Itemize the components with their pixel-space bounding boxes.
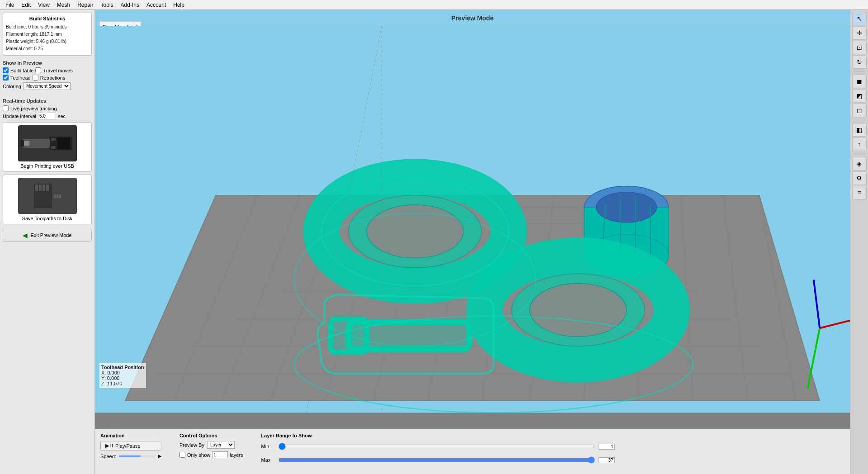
toolhead-x: X: 0.000 xyxy=(101,370,144,375)
exit-preview-button[interactable]: ◀ Exit Preview Mode xyxy=(3,229,92,242)
fit-tool-button[interactable]: ⊡ xyxy=(852,41,867,54)
svg-rect-8 xyxy=(35,185,38,191)
center-area: Preview Mode Speed (mm/min) 6000 5420 48… xyxy=(95,10,850,474)
settings-button[interactable]: ⚙ xyxy=(852,171,867,185)
coloring-select[interactable]: Movement Speed Feature Type Temperature xyxy=(23,82,71,90)
play-icon: ▶⏸ xyxy=(105,443,114,449)
only-show-row: Only show layers xyxy=(179,451,243,458)
toolhead-label: Toolhead xyxy=(10,75,31,81)
svg-rect-13 xyxy=(54,194,56,198)
menu-mesh[interactable]: Mesh xyxy=(53,1,74,9)
menu-help[interactable]: Help xyxy=(170,1,188,9)
yaxis-button[interactable]: ↑ xyxy=(852,137,867,151)
svg-rect-4 xyxy=(51,146,56,149)
max-range-row: Max xyxy=(261,456,844,464)
speed-arrow: ▶ xyxy=(158,453,161,459)
only-show-value-input[interactable] xyxy=(212,451,228,458)
menu-addins[interactable]: Add-Ins xyxy=(117,1,143,9)
play-pause-button[interactable]: ▶⏸ Play/Pause xyxy=(100,441,161,450)
solid-view-button[interactable]: ◼ xyxy=(852,75,867,88)
svg-rect-15 xyxy=(59,194,61,198)
speed-row: Speed: ▶ xyxy=(100,453,161,459)
build-table-row: Build table Travel moves xyxy=(3,67,92,73)
material-button[interactable]: ◈ xyxy=(852,157,867,171)
show-in-preview-header: Show in Preview xyxy=(3,60,92,66)
menu-edit[interactable]: Edit xyxy=(18,1,34,9)
max-range-slider[interactable] xyxy=(278,456,595,464)
show-in-preview-section: Show in Preview Build table Travel moves… xyxy=(3,58,92,92)
animation-title: Animation xyxy=(100,433,161,438)
menu-repair[interactable]: Repair xyxy=(74,1,97,9)
left-panel: Build Statistics Build time: 0 hours 39 … xyxy=(0,10,95,474)
build-stats-title: Build Statistics xyxy=(6,16,89,21)
max-label: Max xyxy=(261,457,275,463)
exit-button-label: Exit Preview Mode xyxy=(30,232,71,238)
main-layout: Build Statistics Build time: 0 hours 39 … xyxy=(0,10,868,474)
animation-section: Animation ▶⏸ Play/Pause Speed: ▶ xyxy=(100,433,161,459)
travel-moves-label: Travel moves xyxy=(43,68,73,73)
menu-view[interactable]: View xyxy=(34,1,53,9)
live-preview-label: Live preview tracking xyxy=(10,106,57,111)
front-view-button[interactable]: ◧ xyxy=(852,123,867,137)
retractions-checkbox[interactable] xyxy=(33,75,38,81)
svg-rect-6 xyxy=(20,140,24,147)
build-statistics-panel: Build Statistics Build time: 0 hours 39 … xyxy=(3,13,92,56)
travel-moves-checkbox[interactable] xyxy=(35,67,41,73)
min-range-slider[interactable] xyxy=(278,443,595,450)
svg-rect-10 xyxy=(42,185,45,191)
layers-label: layers xyxy=(230,452,243,458)
menu-tools[interactable]: Tools xyxy=(97,1,117,9)
sd-button-label: Save Toolpaths to Disk xyxy=(22,216,73,221)
menu-file[interactable]: File xyxy=(2,1,18,9)
wireframe-view-button[interactable]: ◻ xyxy=(852,104,867,117)
layer-range-section: Layer Range to Show Min Max xyxy=(261,433,844,465)
plastic-weight-stat: Plastic weight: 5.46 g (0.01 lb) xyxy=(6,38,89,45)
only-show-label: Only show xyxy=(187,452,210,458)
real-time-updates-header: Real-time Updates xyxy=(3,98,92,104)
toolhead-row: Toolhead Retractions xyxy=(3,75,92,81)
rotate-tool-button[interactable]: ↻ xyxy=(852,55,867,69)
svg-rect-11 xyxy=(46,185,49,191)
move-tool-button[interactable]: ✛ xyxy=(852,26,867,40)
menubar: File Edit View Mesh Repair Tools Add-Ins… xyxy=(0,0,868,10)
toolbar-separator-1 xyxy=(853,71,866,72)
speed-slider[interactable] xyxy=(119,455,155,457)
toolhead-position: Toolhead Position X: 0.000 Y: 0.000 Z: 1… xyxy=(99,363,146,388)
toolhead-z: Z: 11.070 xyxy=(101,381,144,386)
svg-rect-14 xyxy=(57,194,58,198)
menu-account[interactable]: Account xyxy=(143,1,170,9)
min-range-row: Min xyxy=(261,443,844,450)
sd-save-button[interactable]: Save Toolpaths to Disk xyxy=(3,175,92,224)
update-interval-row: Update interval sec xyxy=(3,113,92,119)
coloring-label: Coloring xyxy=(3,84,21,89)
min-value-input[interactable] xyxy=(600,444,613,449)
svg-rect-9 xyxy=(39,185,42,191)
toolbar-separator-3 xyxy=(853,154,866,154)
preview-by-select[interactable]: Layer Feature Speed xyxy=(207,441,235,449)
update-interval-label: Update interval xyxy=(3,114,36,119)
svg-point-55 xyxy=(530,284,627,337)
preview-by-row: Preview By Layer Feature Speed xyxy=(179,441,243,449)
cursor-tool-button[interactable]: ↖ xyxy=(852,12,867,25)
usb-icon-image xyxy=(18,125,77,161)
live-preview-checkbox[interactable] xyxy=(3,105,9,111)
retractions-label: Retractions xyxy=(40,75,66,81)
usb-button-label: Begin Printing over USB xyxy=(20,163,74,169)
3d-viewport[interactable]: Preview Mode Speed (mm/min) 6000 5420 48… xyxy=(95,10,850,429)
update-interval-input[interactable] xyxy=(38,113,56,119)
max-value-input[interactable] xyxy=(600,458,613,463)
right-toolbar: ↖ ✛ ⊡ ↻ ◼ ◩ ◻ ◧ ↑ ◈ ⚙ ≡ xyxy=(850,10,868,474)
speed-label: Speed: xyxy=(100,454,116,459)
control-options-section: Control Options Preview By Layer Feature… xyxy=(179,433,243,458)
build-table-label: Build table xyxy=(10,68,33,73)
update-interval-unit: sec xyxy=(58,114,66,119)
layers-button[interactable]: ≡ xyxy=(852,186,867,199)
usb-print-button[interactable]: Begin Printing over USB xyxy=(3,122,92,172)
only-show-checkbox[interactable] xyxy=(179,452,185,458)
bottom-controls: Animation ▶⏸ Play/Pause Speed: ▶ Control… xyxy=(95,429,850,474)
control-options-title: Control Options xyxy=(179,433,243,438)
build-table-checkbox[interactable] xyxy=(3,67,9,73)
toolhead-checkbox[interactable] xyxy=(3,75,9,81)
surface-view-button[interactable]: ◩ xyxy=(852,89,867,103)
preview-by-label: Preview By xyxy=(179,442,204,448)
